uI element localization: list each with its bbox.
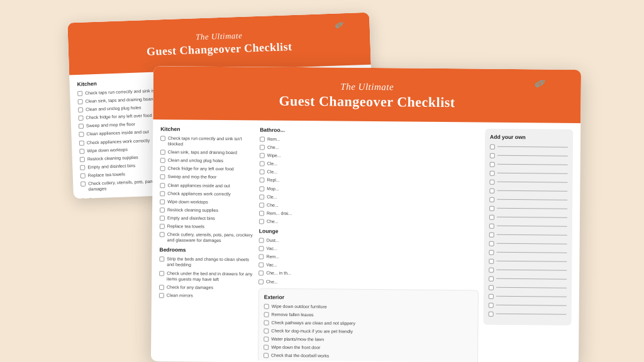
checkbox[interactable] bbox=[490, 153, 495, 158]
checkbox[interactable] bbox=[489, 250, 494, 255]
list-item: Check appliances work correctly bbox=[160, 190, 254, 197]
checkbox[interactable] bbox=[78, 116, 83, 121]
checkbox[interactable] bbox=[258, 271, 264, 276]
checkbox[interactable] bbox=[489, 303, 494, 308]
checkbox[interactable] bbox=[260, 170, 265, 175]
checkbox[interactable] bbox=[160, 167, 165, 172]
item-text: Check pathways are clean and not slipper… bbox=[271, 319, 355, 326]
checkbox[interactable] bbox=[160, 232, 165, 237]
item-text: Check under the bed and in drawers for a… bbox=[167, 270, 253, 282]
item-text: Cle... bbox=[267, 169, 277, 175]
add-line bbox=[490, 153, 568, 159]
item-text: Check for dog-muck if you are pet friend… bbox=[271, 328, 353, 334]
checkbox[interactable] bbox=[264, 353, 269, 358]
checkbox[interactable] bbox=[159, 285, 164, 290]
checkbox[interactable] bbox=[264, 312, 269, 317]
list-item: Check taps run correctly and sink isn't … bbox=[160, 135, 255, 147]
checkbox[interactable] bbox=[160, 175, 165, 180]
checkbox[interactable] bbox=[489, 277, 494, 282]
checkbox[interactable] bbox=[160, 216, 165, 221]
checkbox[interactable] bbox=[490, 145, 495, 150]
checkbox[interactable] bbox=[259, 186, 264, 191]
checkbox[interactable] bbox=[490, 171, 495, 176]
checkbox[interactable] bbox=[79, 124, 84, 129]
checkbox[interactable] bbox=[77, 91, 82, 96]
item-text: Replace tea towels bbox=[88, 171, 125, 178]
checkbox[interactable] bbox=[260, 145, 265, 150]
checkbox[interactable] bbox=[258, 263, 264, 268]
checkbox[interactable] bbox=[489, 206, 494, 211]
checkbox[interactable] bbox=[490, 162, 495, 167]
checkbox[interactable] bbox=[264, 337, 269, 342]
add-line bbox=[489, 250, 567, 256]
checkbox[interactable] bbox=[159, 256, 164, 261]
checkbox[interactable] bbox=[160, 158, 165, 163]
checkbox[interactable] bbox=[258, 246, 264, 251]
checkbox[interactable] bbox=[79, 132, 84, 137]
checkbox[interactable] bbox=[259, 219, 264, 224]
list-item: Check that the doorbell works bbox=[264, 353, 472, 360]
checkbox[interactable] bbox=[264, 304, 269, 309]
checkbox[interactable] bbox=[79, 148, 84, 153]
checkbox[interactable] bbox=[489, 268, 494, 273]
checkbox[interactable] bbox=[159, 293, 164, 298]
list-item: Dust... bbox=[259, 238, 479, 245]
exterior-title: Exterior bbox=[264, 293, 473, 302]
list-item: Water plants/mow the lawn bbox=[264, 336, 472, 344]
checkbox[interactable] bbox=[259, 194, 264, 199]
checkbox[interactable] bbox=[80, 156, 85, 162]
checkbox[interactable] bbox=[258, 255, 264, 260]
checkbox[interactable] bbox=[160, 191, 165, 196]
checkbox[interactable] bbox=[489, 241, 494, 246]
write-line bbox=[497, 226, 567, 227]
list-item: Mop... bbox=[259, 185, 479, 193]
item-text: Check appliances work correctly bbox=[87, 138, 150, 146]
checkbox[interactable] bbox=[160, 207, 165, 212]
checkbox[interactable] bbox=[160, 150, 165, 155]
checkbox[interactable] bbox=[489, 294, 494, 299]
item-text: Clean sink, taps and draining board bbox=[85, 96, 154, 104]
checkbox[interactable] bbox=[264, 320, 269, 325]
write-line bbox=[497, 217, 567, 218]
checkbox[interactable] bbox=[259, 211, 264, 216]
item-text: Repl... bbox=[267, 177, 279, 183]
checkbox[interactable] bbox=[489, 180, 494, 185]
checkbox[interactable] bbox=[160, 136, 165, 141]
write-line bbox=[496, 261, 567, 262]
checkbox[interactable] bbox=[159, 271, 164, 276]
checkbox[interactable] bbox=[258, 279, 264, 284]
list-item: Cle... bbox=[260, 161, 480, 168]
checkbox[interactable] bbox=[489, 224, 494, 229]
item-text: Restock cleaning supplies bbox=[87, 154, 138, 162]
checkbox[interactable] bbox=[78, 107, 83, 112]
write-line bbox=[497, 190, 567, 192]
checkbox[interactable] bbox=[78, 99, 83, 104]
checkbox[interactable] bbox=[259, 202, 264, 207]
checkbox[interactable] bbox=[489, 312, 494, 317]
mid-column: Bathroo... Rem... Che... Wipe... Cle... bbox=[258, 127, 480, 356]
checkbox[interactable] bbox=[264, 345, 269, 350]
checkbox[interactable] bbox=[160, 224, 165, 229]
checkbox[interactable] bbox=[160, 199, 165, 204]
add-line bbox=[489, 293, 567, 300]
checkbox[interactable] bbox=[489, 189, 494, 194]
write-line bbox=[497, 146, 568, 148]
checkbox[interactable] bbox=[260, 162, 265, 167]
checkbox[interactable] bbox=[489, 285, 494, 290]
checkbox[interactable] bbox=[80, 173, 86, 178]
checkbox[interactable] bbox=[160, 183, 165, 188]
checkbox[interactable] bbox=[489, 197, 494, 202]
checkbox[interactable] bbox=[260, 153, 265, 158]
checkbox[interactable] bbox=[80, 182, 86, 187]
checkbox[interactable] bbox=[489, 259, 494, 264]
write-line bbox=[496, 278, 567, 280]
checkbox[interactable] bbox=[489, 233, 494, 238]
checkbox[interactable] bbox=[79, 140, 84, 145]
checkbox[interactable] bbox=[80, 165, 85, 170]
checkbox[interactable] bbox=[259, 238, 264, 243]
checkbox[interactable] bbox=[264, 328, 269, 333]
checkbox[interactable] bbox=[489, 215, 494, 220]
checkbox[interactable] bbox=[259, 178, 264, 183]
checkbox[interactable] bbox=[260, 137, 265, 142]
exterior-section: Exterior Wipe down outdoor furniture Rem… bbox=[258, 288, 479, 362]
